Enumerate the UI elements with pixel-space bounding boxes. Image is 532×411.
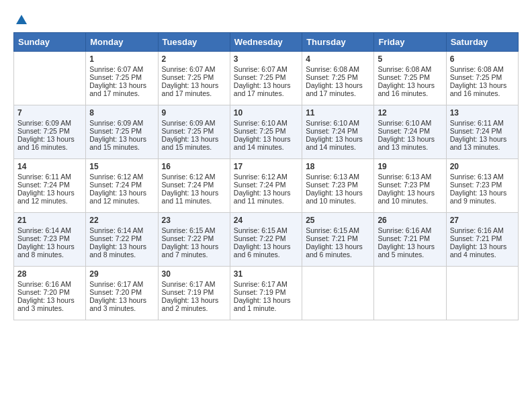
calendar-cell: 5Sunrise: 6:08 AMSunset: 7:25 PMDaylight… (374, 52, 446, 105)
day-number: 4 (306, 54, 370, 64)
sunset-text: Sunset: 7:25 PM (450, 73, 515, 81)
daylight-text-cont: and 12 minutes. (17, 197, 82, 205)
calendar-cell: 19Sunrise: 6:13 AMSunset: 7:23 PMDayligh… (374, 159, 446, 213)
day-number: 11 (306, 108, 370, 118)
day-number: 27 (450, 216, 515, 225)
sunset-text: Sunset: 7:25 PM (234, 73, 298, 81)
daylight-text-cont: and 15 minutes. (89, 143, 154, 151)
day-number: 20 (450, 162, 515, 171)
sunset-text: Sunset: 7:21 PM (306, 234, 370, 242)
logo-icon (15, 13, 28, 27)
daylight-text-cont: and 12 minutes. (89, 197, 154, 205)
sunrise-text: Sunrise: 6:09 AM (17, 119, 82, 127)
daylight-text: Daylight: 13 hours (234, 81, 298, 89)
daylight-text-cont: and 8 minutes. (89, 250, 154, 259)
daylight-text: Daylight: 13 hours (17, 189, 82, 197)
day-number: 7 (17, 108, 82, 118)
header-thursday: Thursday (302, 33, 374, 52)
daylight-text: Daylight: 13 hours (450, 189, 515, 197)
daylight-text: Daylight: 13 hours (162, 296, 226, 304)
day-number: 9 (162, 108, 226, 118)
daylight-text-cont: and 6 minutes. (234, 250, 298, 259)
sunrise-text: Sunrise: 6:13 AM (450, 173, 515, 181)
sunset-text: Sunset: 7:22 PM (162, 234, 226, 242)
daylight-text-cont: and 10 minutes. (306, 197, 370, 205)
calendar-cell: 4Sunrise: 6:08 AMSunset: 7:25 PMDaylight… (302, 52, 374, 105)
calendar-cell: 11Sunrise: 6:10 AMSunset: 7:24 PMDayligh… (302, 105, 374, 159)
daylight-text-cont: and 7 minutes. (162, 250, 226, 259)
daylight-text: Daylight: 13 hours (162, 81, 226, 89)
calendar-week-3: 14Sunrise: 6:11 AMSunset: 7:24 PMDayligh… (14, 159, 519, 213)
calendar-cell: 13Sunrise: 6:11 AMSunset: 7:24 PMDayligh… (446, 105, 518, 159)
day-number: 12 (378, 108, 442, 118)
daylight-text: Daylight: 13 hours (378, 81, 442, 89)
daylight-text-cont: and 15 minutes. (162, 143, 226, 151)
sunset-text: Sunset: 7:24 PM (234, 181, 298, 189)
sunrise-text: Sunrise: 6:11 AM (450, 119, 515, 127)
sunset-text: Sunset: 7:23 PM (378, 181, 442, 189)
day-number: 18 (306, 162, 370, 171)
sunset-text: Sunset: 7:24 PM (17, 181, 82, 189)
sunrise-text: Sunrise: 6:08 AM (306, 65, 370, 73)
page-header (13, 13, 519, 27)
day-number: 24 (234, 216, 298, 225)
calendar-cell: 15Sunrise: 6:12 AMSunset: 7:24 PMDayligh… (86, 159, 158, 213)
daylight-text: Daylight: 13 hours (378, 242, 442, 250)
daylight-text-cont: and 16 minutes. (450, 89, 515, 97)
daylight-text: Daylight: 13 hours (306, 189, 370, 197)
sunset-text: Sunset: 7:25 PM (234, 127, 298, 135)
calendar-cell: 6Sunrise: 6:08 AMSunset: 7:25 PMDaylight… (446, 52, 518, 105)
day-number: 13 (450, 108, 515, 118)
daylight-text-cont: and 1 minute. (234, 304, 298, 312)
calendar-cell: 14Sunrise: 6:11 AMSunset: 7:24 PMDayligh… (14, 159, 86, 213)
daylight-text: Daylight: 13 hours (234, 296, 298, 304)
daylight-text: Daylight: 13 hours (234, 189, 298, 197)
daylight-text-cont: and 6 minutes. (306, 250, 370, 259)
sunrise-text: Sunrise: 6:17 AM (162, 280, 226, 288)
daylight-text: Daylight: 13 hours (378, 189, 442, 197)
calendar-cell (446, 267, 518, 320)
sunset-text: Sunset: 7:25 PM (306, 73, 370, 81)
header-saturday: Saturday (446, 33, 518, 52)
sunrise-text: Sunrise: 6:08 AM (378, 65, 442, 73)
daylight-text: Daylight: 13 hours (17, 135, 82, 143)
sunset-text: Sunset: 7:23 PM (17, 234, 82, 242)
day-number: 31 (234, 269, 298, 279)
daylight-text: Daylight: 13 hours (162, 189, 226, 197)
day-number: 30 (162, 269, 226, 279)
sunrise-text: Sunrise: 6:09 AM (89, 119, 154, 127)
sunrise-text: Sunrise: 6:14 AM (89, 226, 154, 234)
svg-marker-0 (16, 15, 27, 24)
sunrise-text: Sunrise: 6:07 AM (162, 65, 226, 73)
sunrise-text: Sunrise: 6:16 AM (17, 280, 82, 288)
sunrise-text: Sunrise: 6:15 AM (306, 226, 370, 234)
daylight-text: Daylight: 13 hours (306, 242, 370, 250)
daylight-text: Daylight: 13 hours (89, 135, 154, 143)
day-number: 17 (234, 162, 298, 171)
sunrise-text: Sunrise: 6:07 AM (234, 65, 298, 73)
day-number: 1 (89, 54, 154, 64)
daylight-text: Daylight: 13 hours (89, 242, 154, 250)
sunset-text: Sunset: 7:25 PM (378, 73, 442, 81)
sunset-text: Sunset: 7:25 PM (17, 127, 82, 135)
sunrise-text: Sunrise: 6:15 AM (162, 226, 226, 234)
sunrise-text: Sunrise: 6:17 AM (89, 280, 154, 288)
calendar-week-4: 21Sunrise: 6:14 AMSunset: 7:23 PMDayligh… (14, 213, 519, 267)
daylight-text: Daylight: 13 hours (17, 296, 82, 304)
daylight-text-cont: and 5 minutes. (378, 250, 442, 259)
day-number: 5 (378, 54, 442, 64)
calendar-cell: 16Sunrise: 6:12 AMSunset: 7:24 PMDayligh… (158, 159, 230, 213)
daylight-text: Daylight: 13 hours (17, 242, 82, 250)
calendar-week-2: 7Sunrise: 6:09 AMSunset: 7:25 PMDaylight… (14, 105, 519, 159)
header-sunday: Sunday (14, 33, 86, 52)
calendar-cell: 2Sunrise: 6:07 AMSunset: 7:25 PMDaylight… (158, 52, 230, 105)
daylight-text: Daylight: 13 hours (450, 242, 515, 250)
header-wednesday: Wednesday (230, 33, 302, 52)
day-number: 3 (234, 54, 298, 64)
sunrise-text: Sunrise: 6:10 AM (234, 119, 298, 127)
calendar-cell: 8Sunrise: 6:09 AMSunset: 7:25 PMDaylight… (86, 105, 158, 159)
day-number: 28 (17, 269, 82, 279)
calendar-cell: 9Sunrise: 6:09 AMSunset: 7:25 PMDaylight… (158, 105, 230, 159)
header-tuesday: Tuesday (158, 33, 230, 52)
header-monday: Monday (86, 33, 158, 52)
